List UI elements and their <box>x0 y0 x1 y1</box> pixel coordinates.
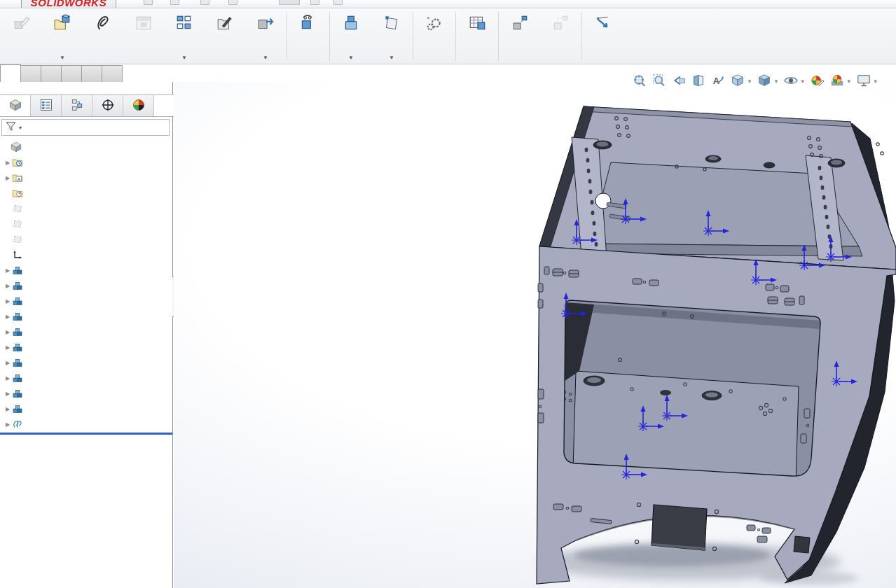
expand-arrow-icon[interactable]: ▶ <box>4 298 11 304</box>
edit-appearance-button[interactable] <box>808 71 827 92</box>
tree-item[interactable]: ▶ <box>0 155 172 170</box>
tree-item[interactable]: ▶ <box>0 309 172 324</box>
expand-arrow-icon[interactable]: ▶ <box>4 360 11 366</box>
expand-arrow-icon[interactable]: ▶ <box>4 160 11 166</box>
view-orientation-button[interactable]: ▼ <box>729 71 754 92</box>
zoom-to-area-button[interactable] <box>650 71 668 92</box>
tab-расположение[interactable] <box>20 65 41 82</box>
titlebar: SOLIDWORKS <box>0 0 896 8</box>
solidworks-logo-text: SOLIDWORKS <box>31 0 106 8</box>
panel-tab-featuremanager[interactable] <box>0 95 31 116</box>
annotation-views-icon: A <box>710 73 726 90</box>
expand-arrow-icon[interactable]: ▶ <box>4 344 11 351</box>
tree-item[interactable]: ▶ <box>0 278 172 293</box>
tree-item[interactable]: ▶ <box>0 416 172 432</box>
tree-item[interactable] <box>0 247 172 262</box>
ribbon-button-7[interactable]: ▼ <box>245 10 286 63</box>
edit-component-icon <box>13 13 31 33</box>
panel-expand-chevron-icon[interactable] <box>154 95 174 116</box>
origin-icon <box>11 249 24 260</box>
tab-эскиз[interactable] <box>41 65 62 82</box>
ribbon-button-15[interactable] <box>583 10 623 63</box>
tree-item[interactable] <box>0 216 172 232</box>
chevron-down-icon: ▼ <box>773 78 779 85</box>
ribbon-button-6[interactable] <box>205 10 245 63</box>
section-view-button[interactable] <box>689 71 708 92</box>
panel-tab-displaymanager[interactable] <box>123 95 154 116</box>
assembly-3d-model <box>174 82 896 588</box>
ribbon-button-12[interactable] <box>457 10 497 63</box>
exploded-view-icon <box>511 13 529 33</box>
graphics-viewport[interactable] <box>174 82 896 588</box>
instant3d-icon <box>594 13 612 33</box>
plane-icon <box>11 234 24 245</box>
ribbon-button-11[interactable]: * <box>414 10 455 63</box>
part-icon <box>11 295 24 307</box>
move-component-icon <box>256 13 275 33</box>
annotations-folder-icon: A <box>11 172 24 183</box>
plane-icon <box>11 203 24 214</box>
history-folder-icon <box>11 157 24 168</box>
tree-item[interactable] <box>0 139 172 155</box>
apply-scene-icon <box>829 73 845 90</box>
tree-item[interactable]: ▶ <box>0 293 172 309</box>
tab-solidworks-mbd[interactable] <box>102 65 123 82</box>
zoom-to-fit-button[interactable] <box>630 71 649 92</box>
chevron-down-icon: ▼ <box>846 78 852 85</box>
part-icon <box>11 265 24 276</box>
expand-arrow-icon[interactable]: ▶ <box>4 329 11 335</box>
solidworks-logo: SOLIDWORKS <box>21 0 116 8</box>
ribbon-group-separator <box>455 12 456 61</box>
tree-item[interactable]: ▶ <box>0 401 172 416</box>
ribbon-button-8[interactable] <box>288 10 329 63</box>
tree-item[interactable]: ▶ <box>0 340 172 355</box>
previous-view-button[interactable] <box>670 71 688 92</box>
expand-arrow-icon[interactable]: ▶ <box>4 375 11 382</box>
annotation-views-button[interactable]: A <box>709 71 727 92</box>
apply-scene-button[interactable]: ▼ <box>828 71 853 92</box>
ribbon-button-5[interactable]: ▼ <box>164 10 205 63</box>
tree-item[interactable]: ▶ <box>0 386 172 401</box>
panel-tab-propertymanager[interactable] <box>31 95 62 116</box>
tree-item[interactable]: ▶ <box>0 370 172 386</box>
tree-item[interactable] <box>0 232 172 247</box>
tree-item[interactable]: ▶ <box>0 262 172 278</box>
motion-study-icon: * <box>425 13 443 33</box>
hide-show-items-button[interactable]: ▼ <box>782 71 807 92</box>
expand-arrow-icon[interactable]: ▶ <box>4 391 11 397</box>
panel-tab-dimxpert[interactable] <box>92 95 123 116</box>
tree-item[interactable] <box>0 186 172 201</box>
expand-arrow-icon[interactable]: ▶ <box>4 406 11 412</box>
expand-arrow-icon[interactable]: ▶ <box>4 421 11 428</box>
tab-анализировать[interactable] <box>61 65 82 82</box>
expand-arrow-icon[interactable]: ▶ <box>4 175 11 181</box>
expand-arrow-icon[interactable]: ▶ <box>4 314 11 320</box>
expand-arrow-icon[interactable]: ▶ <box>4 267 11 274</box>
tree-item[interactable]: ▶ <box>0 355 172 370</box>
display-style-button[interactable]: ▼ <box>755 71 780 92</box>
ribbon-button-13[interactable] <box>499 10 540 63</box>
edit-appearance-icon <box>810 73 825 90</box>
linear-pattern-icon <box>175 13 193 33</box>
filter-icon <box>5 120 17 134</box>
chevron-down-icon: ▼ <box>747 78 752 85</box>
sensors-folder-icon <box>11 188 24 199</box>
tab-добавления-solidworks[interactable] <box>81 65 102 82</box>
ribbon-button-10[interactable]: ▼ <box>371 10 412 63</box>
ribbon-button-3[interactable] <box>83 10 123 63</box>
ribbon-button-9[interactable]: ▼ <box>331 10 371 63</box>
tree-filter[interactable]: ▾ <box>1 119 170 136</box>
tree-item[interactable]: ▶ A <box>0 170 172 186</box>
tab-сборка[interactable] <box>0 64 21 82</box>
tree-item[interactable]: ▶ <box>0 324 172 340</box>
rollback-bar[interactable] <box>0 433 172 435</box>
zoom-to-area-icon <box>652 73 667 90</box>
view-settings-button[interactable]: ▼ <box>855 71 880 92</box>
panel-tab-configurations[interactable] <box>62 95 92 116</box>
ribbon-button-2[interactable]: ▼ <box>42 10 83 63</box>
chevron-down-icon: ▼ <box>263 55 268 62</box>
expand-arrow-icon[interactable]: ▶ <box>4 283 11 289</box>
tree-item[interactable] <box>0 201 172 216</box>
ribbon-group-separator <box>413 12 413 61</box>
assembly-features-icon <box>342 13 360 33</box>
